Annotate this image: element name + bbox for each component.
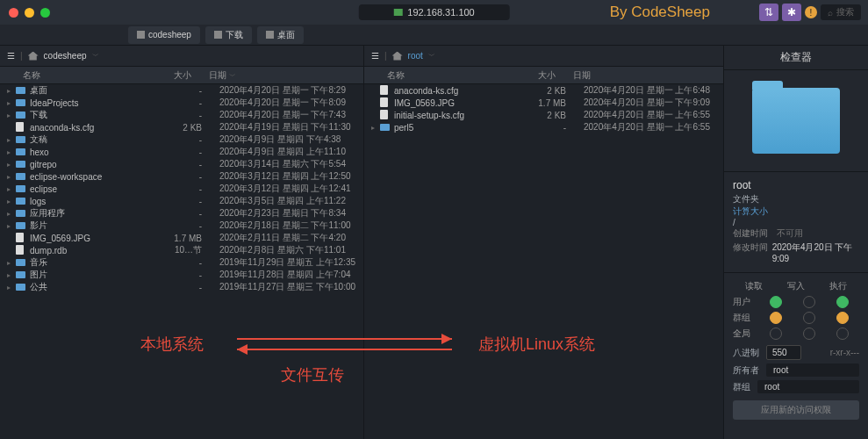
folder-row[interactable]: ▸logs-2020年3月5日 星期四 上午11:22 — [0, 195, 363, 207]
file-date: 2020年4月20日 星期一 下午8:09 — [202, 97, 356, 109]
local-breadcrumb[interactable]: ☰ | codesheep ﹀ — [0, 46, 363, 67]
host-address: 192.168.31.100 — [407, 7, 474, 18]
perm-all-write[interactable] — [803, 327, 815, 340]
preview — [724, 70, 868, 172]
file-size: - — [158, 98, 202, 108]
file-name: 文稿 — [30, 133, 158, 146]
folder-row[interactable]: ▸音乐-2019年11月29日 星期五 上午12:35 — [0, 256, 363, 269]
folder-row[interactable]: ▸perl5-2020年4月20日 星期一 上午6:55 — [364, 121, 723, 133]
folder-row[interactable]: ▸下载-2020年4月20日 星期一 下午7:43 — [0, 109, 363, 121]
file-size: 2 KB — [522, 111, 566, 120]
folder-row[interactable]: ▸影片-2020年2月18日 星期二 下午11:00 — [0, 220, 363, 232]
perm-all-read[interactable] — [770, 327, 782, 340]
chevron-down-icon: ﹀ — [92, 51, 99, 61]
file-size: - — [158, 270, 202, 280]
file-date: 2020年4月19日 星期日 下午11:30 — [202, 121, 356, 133]
remote-file-list: anaconda-ks.cfg2 KB2020年4月20日 星期一 上午6:48… — [364, 84, 723, 439]
folder-icon — [16, 173, 25, 180]
col-date[interactable]: 日期 — [573, 70, 591, 80]
file-name: IdeaProjects — [30, 98, 158, 108]
tab[interactable]: 下载 — [205, 26, 252, 44]
folder-row[interactable]: ▸IdeaProjects-2020年4月20日 星期一 下午8:09 — [0, 97, 363, 109]
folder-row[interactable]: ▸gitrepo-2020年3月14日 星期六 下午5:54 — [0, 158, 363, 170]
metadata-section: root 文件夹 计算大小 / 创建时间不可用 修改时间2020年4月20日 下… — [724, 172, 868, 273]
col-name[interactable]: 名称 — [7, 69, 147, 82]
file-size: - — [158, 209, 202, 219]
maximize-button[interactable] — [40, 8, 50, 18]
file-name: IMG_0569.JPG — [394, 98, 522, 108]
folder-row[interactable]: ▸eclipse-workspace-2020年3月12日 星期四 上午12:5… — [0, 170, 363, 183]
perm-group-exec[interactable] — [836, 312, 849, 324]
col-date[interactable]: 日期 — [209, 70, 226, 80]
chevron-down-icon: ﹀ — [428, 51, 435, 61]
host-indicator[interactable]: 192.168.31.100 — [358, 4, 509, 20]
file-date: 2020年4月20日 星期一 上午6:48 — [566, 84, 716, 97]
perm-user-write[interactable] — [803, 296, 815, 308]
apply-permissions-button[interactable]: 应用新的访问权限 — [733, 400, 859, 420]
folder-row[interactable]: ▸应用程序-2020年2月23日 星期日 下午8:34 — [0, 207, 363, 220]
compute-size-link[interactable]: 计算大小 — [733, 205, 859, 218]
file-name: 图片 — [30, 269, 158, 281]
perm-user-exec[interactable] — [836, 296, 849, 308]
file-name: 音乐 — [30, 256, 158, 269]
alert-icon[interactable]: ! — [805, 6, 817, 18]
file-icon — [16, 245, 24, 255]
permissions-section: 读取 写入 执行 用户 群组 全 — [724, 273, 868, 427]
file-date: 2020年4月20日 星期一 上午6:55 — [566, 121, 716, 133]
folder-icon — [380, 124, 390, 131]
local-pane: ☰ | codesheep ﹀ 名称 大小 日期 ﹀ ▸桌面-2020年4月20… — [0, 46, 364, 439]
folder-row[interactable]: ▸hexo-2020年4月9日 星期四 上午11:10 — [0, 146, 363, 158]
file-size: - — [522, 123, 566, 133]
file-row[interactable]: dump.rdb10…节2020年2月8日 星期六 下午11:01 — [0, 244, 363, 256]
owner-value[interactable]: root — [766, 363, 859, 377]
file-row[interactable]: anaconda-ks.cfg2 KB2020年4月19日 星期日 下午11:3… — [0, 121, 363, 133]
file-size: - — [158, 283, 202, 292]
search-input[interactable]: ⌕ 搜索 — [821, 4, 861, 20]
group-value[interactable]: root — [757, 380, 859, 393]
file-size: - — [158, 135, 202, 145]
search-icon: ⌕ — [828, 8, 833, 18]
file-row[interactable]: IMG_0569.JPG1.7 MB2020年4月20日 星期一 下午9:09 — [364, 97, 723, 109]
file-name: initial-setup-ks.cfg — [394, 111, 522, 120]
file-date: 2020年3月14日 星期六 下午5:54 — [202, 158, 356, 170]
file-size: - — [158, 148, 202, 157]
list-icon: ☰ — [7, 51, 15, 61]
sync-button[interactable]: ⇅ — [759, 4, 778, 21]
file-name: dump.rdb — [30, 246, 158, 255]
file-name: IMG_0569.JPG — [30, 234, 158, 243]
file-size: - — [158, 221, 202, 231]
perm-all-exec[interactable] — [836, 327, 849, 340]
file-date: 2019年11月27日 星期三 下午10:00 — [202, 281, 356, 293]
file-row[interactable]: IMG_0569.JPG1.7 MB2020年2月11日 星期二 下午4:20 — [0, 232, 363, 244]
octal-input[interactable] — [766, 345, 801, 360]
file-icon — [16, 122, 24, 132]
folder-row[interactable]: ▸文稿-2020年4月9日 星期四 下午4:38 — [0, 133, 363, 146]
col-size[interactable]: 大小 — [512, 69, 556, 82]
col-name[interactable]: 名称 — [371, 69, 512, 82]
file-size: 10…节 — [158, 244, 202, 256]
close-button[interactable] — [9, 8, 18, 18]
folder-row[interactable]: ▸桌面-2020年4月20日 星期一 下午8:29 — [0, 84, 363, 97]
tab[interactable]: codesheep — [128, 26, 200, 44]
inspector-title: 检查器 — [724, 46, 868, 70]
folder-icon — [16, 198, 25, 205]
folder-icon — [16, 271, 25, 278]
file-size: - — [158, 160, 202, 169]
file-date: 2019年11月29日 星期五 上午12:35 — [202, 256, 356, 269]
settings-button[interactable]: ✱ — [782, 4, 801, 21]
file-size: - — [158, 258, 202, 268]
minimize-button[interactable] — [25, 8, 34, 18]
perm-user-read[interactable] — [770, 296, 782, 308]
folder-row[interactable]: ▸公共-2019年11月27日 星期三 下午10:00 — [0, 281, 363, 293]
perm-group-write[interactable] — [803, 312, 815, 324]
file-row[interactable]: anaconda-ks.cfg2 KB2020年4月20日 星期一 上午6:48 — [364, 84, 723, 97]
folder-row[interactable]: ▸图片-2019年11月28日 星期四 上午7:04 — [0, 269, 363, 281]
folder-row[interactable]: ▸eclipse-2020年3月12日 星期四 上午12:41 — [0, 183, 363, 195]
file-row[interactable]: initial-setup-ks.cfg2 KB2020年4月20日 星期一 上… — [364, 109, 723, 121]
perm-group-read[interactable] — [770, 312, 782, 324]
col-size[interactable]: 大小 — [147, 69, 191, 82]
tab[interactable]: 桌面 — [257, 26, 304, 44]
folder-icon — [214, 31, 222, 39]
file-icon — [380, 97, 388, 107]
remote-breadcrumb[interactable]: ☰ | root ﹀ — [364, 46, 723, 67]
